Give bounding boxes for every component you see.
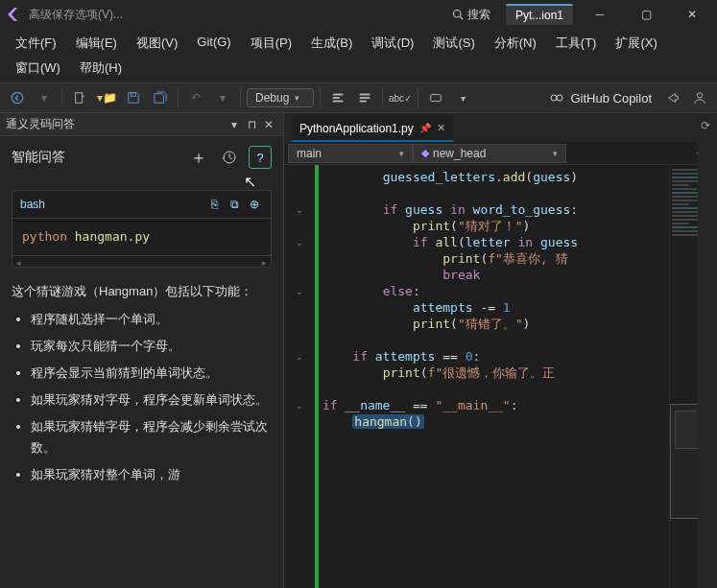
share-button[interactable] (661, 86, 684, 109)
close-button[interactable]: ✕ (673, 1, 711, 28)
menu-file[interactable]: 文件(F) (6, 31, 66, 56)
history-button[interactable] (218, 146, 241, 169)
svg-rect-11 (431, 95, 442, 102)
search-icon (452, 9, 464, 20)
menu-project[interactable]: 项目(P) (241, 31, 301, 56)
undo-button[interactable]: ↶ (184, 86, 207, 109)
menu-analyze[interactable]: 分析(N) (485, 31, 546, 56)
code-editor[interactable]: guessed_letters.add(guess) if guess in w… (315, 165, 669, 588)
fold-icon[interactable]: ⌄ (296, 287, 303, 296)
comment-button[interactable] (353, 86, 376, 109)
toggle-outlining-button[interactable] (326, 86, 349, 109)
code-host: ⌄ ⌄ ⌄ ⌄ ⌄ guessed_letters.add(guess) if … (284, 165, 717, 588)
config-combo[interactable]: Debug (247, 88, 314, 107)
feature-list: 程序随机选择一个单词。 玩家每次只能猜一个字母。 程序会显示当前猜到的单词状态。… (31, 309, 272, 486)
app-label[interactable]: 高级保存选项(V)... (29, 7, 123, 23)
insert-code-button[interactable]: ⊕ (246, 196, 263, 213)
more-button[interactable]: ▾ (451, 86, 474, 109)
panel-close-button[interactable]: ✕ (260, 116, 277, 133)
menu-test[interactable]: 测试(S) (423, 31, 484, 56)
svg-point-14 (697, 93, 702, 98)
search-box[interactable]: 搜索 (444, 5, 498, 25)
tab-label: PythonApplication1.py (299, 122, 414, 135)
fold-icon[interactable]: ⌄ (296, 352, 303, 362)
editor-tabs: PythonApplication1.py 📌 ✕ ▾ (284, 113, 717, 142)
editor-tab[interactable]: PythonApplication1.py 📌 ✕ (292, 115, 453, 142)
menu-window[interactable]: 窗口(W) (6, 56, 70, 81)
menu-extensions[interactable]: 扩展(X) (606, 31, 666, 56)
maximize-button[interactable]: ▢ (627, 1, 665, 28)
svg-point-0 (453, 11, 461, 18)
list-item: 程序会显示当前猜到的单词状态。 (31, 363, 272, 384)
rail-icon[interactable]: ⟳ (701, 119, 714, 132)
menu-edit[interactable]: 编辑(E) (66, 31, 127, 56)
nav-back-button[interactable] (6, 86, 29, 109)
fold-icon[interactable]: ⌄ (296, 205, 303, 215)
scope-combo[interactable]: main▾ (288, 144, 413, 163)
menu-build[interactable]: 生成(B) (301, 31, 362, 56)
panel-dropdown-button[interactable]: ▾ (226, 116, 243, 133)
panel-titlebar: 通义灵码问答 ▾ ⊓ ✕ (0, 113, 283, 136)
right-tool-rail: ⟳ (698, 113, 717, 588)
code-block-body[interactable]: python hangman.py (12, 219, 271, 255)
chat-desc-intro: 这个猜谜游戏（Hangman）包括以下功能： (12, 281, 272, 302)
menu-tools[interactable]: 工具(T) (546, 31, 607, 56)
gutter[interactable]: ⌄ ⌄ ⌄ ⌄ ⌄ (284, 165, 315, 588)
spellcheck-button[interactable]: abc✓ (389, 86, 412, 109)
code-lang-label: bash (20, 195, 45, 214)
code-block: bash ⎘ ⧉ ⊕ python hangman.py ◂▸ (12, 190, 272, 268)
title-bar: 高级保存选项(V)... 搜索 Pyt...ion1 ─ ▢ ✕ (0, 0, 717, 29)
svg-point-2 (12, 92, 22, 103)
copilot-icon (549, 90, 564, 106)
editor-area: PythonApplication1.py 📌 ✕ ▾ main▾ ◆ new_… (284, 113, 717, 588)
panel-body: bash ⎘ ⧉ ⊕ python hangman.py ◂▸ 这个猜谜游戏（H… (0, 178, 283, 588)
debug-target-button[interactable] (424, 86, 447, 109)
breadcrumb-bar: main▾ ◆ new_head▾ ✚ (284, 142, 717, 165)
solution-tab[interactable]: Pyt...ion1 (506, 4, 573, 25)
list-item: 如果玩家猜对字母，程序会更新单词状态。 (31, 389, 272, 411)
menu-debug[interactable]: 调试(D) (362, 31, 423, 56)
account-button[interactable] (688, 86, 711, 109)
diff-icon[interactable]: ⎘ (205, 196, 223, 213)
svg-rect-9 (360, 97, 370, 99)
fold-icon[interactable]: ⌄ (296, 401, 303, 411)
menu-bar: 文件(F) 编辑(E) 视图(V) Git(G) 项目(P) 生成(B) 调试(… (0, 29, 717, 82)
list-item: 玩家每次只能猜一个字母。 (31, 336, 272, 357)
svg-point-12 (551, 95, 557, 101)
main-area: 通义灵码问答 ▾ ⊓ ✕ 智能问答 ＋ ? bash ⎘ ⧉ ⊕ py (0, 113, 717, 588)
svg-point-13 (557, 95, 562, 101)
redo-button[interactable]: ▾ (211, 86, 234, 109)
copy-code-button[interactable]: ⧉ (226, 196, 243, 213)
main-toolbar: ▾ ▾📁 ↶ ▾ Debug abc✓ ▾ GitHub Copilot (0, 82, 717, 113)
pin-icon[interactable]: 📌 (419, 123, 431, 133)
new-chat-button[interactable]: ＋ (187, 146, 210, 169)
list-item: 如果玩家猜对整个单词，游 (31, 464, 272, 485)
svg-rect-7 (333, 101, 344, 103)
svg-rect-5 (333, 94, 344, 96)
menu-git[interactable]: Git(G) (187, 31, 240, 56)
copilot-button[interactable]: GitHub Copilot (543, 90, 657, 106)
help-button[interactable]: ? (249, 146, 272, 169)
svg-rect-3 (76, 93, 83, 104)
menu-view[interactable]: 视图(V) (127, 31, 187, 56)
vs-logo-icon (6, 7, 21, 22)
menu-help[interactable]: 帮助(H) (70, 56, 131, 81)
svg-rect-10 (360, 101, 367, 103)
tab-close-button[interactable]: ✕ (437, 122, 445, 134)
code-block-scrollbar[interactable]: ◂▸ (12, 255, 271, 267)
open-folder-button[interactable]: ▾📁 (95, 86, 118, 109)
panel-pin-button[interactable]: ⊓ (243, 116, 260, 133)
field-icon: ◆ (421, 147, 429, 159)
fold-icon[interactable]: ⌄ (296, 238, 303, 247)
svg-rect-4 (131, 93, 135, 97)
list-item: 程序随机选择一个单词。 (31, 309, 272, 330)
save-all-button[interactable] (149, 86, 172, 109)
nav-forward-button[interactable]: ▾ (33, 86, 56, 109)
new-file-button[interactable] (68, 86, 91, 109)
save-button[interactable] (122, 86, 145, 109)
panel-title: 智能问答 (12, 149, 179, 166)
chat-panel: 通义灵码问答 ▾ ⊓ ✕ 智能问答 ＋ ? bash ⎘ ⧉ ⊕ py (0, 113, 284, 588)
minimize-button[interactable]: ─ (581, 1, 619, 28)
change-indicator (315, 165, 319, 588)
member-combo[interactable]: ◆ new_head▾ (413, 144, 566, 163)
